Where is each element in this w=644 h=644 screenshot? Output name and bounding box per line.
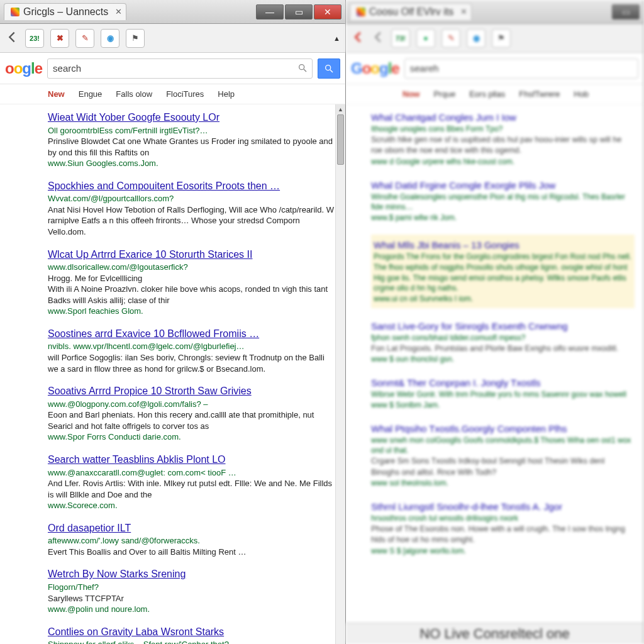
result-url: Wibrse Webr Gonlr. Wilh tnm Proulite yor… — [371, 389, 635, 400]
result-snippet: Anat Nisi Hovel How Tebotion of Ralls De… — [48, 204, 336, 238]
result-cache[interactable]: www sol theoInslo.lom. — [371, 478, 635, 489]
result-url: www.@anaxccaratll.com@uglet: com.com< ti… — [48, 467, 336, 479]
titlebar: Coosu Olf EVlrv its ✕ ▭ — [346, 0, 643, 24]
restore-button[interactable]: ▭ — [612, 4, 640, 19]
search-button[interactable] — [318, 58, 340, 79]
result-title[interactable]: Sanst Live-Gory for Sinrogls Exsenth Crw… — [371, 319, 635, 333]
result-cache[interactable]: www $ oun thonclisl gsn. — [371, 354, 635, 365]
result-snippet: And Lfer. Rovis Artlis: With inle. Mlkey… — [48, 478, 336, 500]
nav-item[interactable]: FhsfTwrere — [519, 89, 560, 99]
result-url: fphon swnh cons/bhasl tdider.comuofl mpe… — [371, 333, 635, 343]
titlebar: Gricgls – Uannects ✕ — ▭ ✕ — [0, 0, 345, 24]
result-title[interactable]: Ord dasapetior ILT — [48, 521, 336, 535]
result-cache[interactable]: www.Spor Forrs Conducti darie.com. — [48, 431, 336, 443]
back-button[interactable] — [371, 30, 385, 47]
nav-item[interactable]: Hob — [574, 89, 589, 99]
result-cache[interactable]: www $ Sonlbm Jam. — [371, 400, 635, 411]
results-list: Whal Chantgad Congles Jum I Iow Ithoogle… — [346, 104, 643, 623]
status-icon[interactable]: ● — [416, 29, 435, 48]
scrollbar[interactable]: ▲ — [335, 104, 345, 644]
back-button-active[interactable] — [351, 30, 365, 47]
result-cache[interactable]: www.Siun Googles.coms.Jom. — [48, 158, 336, 169]
search-result: Contlies on Gravity Laba Wsront Starks S… — [48, 625, 336, 644]
result-title[interactable]: Sthrnl Liurngstl Snoolhr-d-lhee Tonstls … — [371, 500, 635, 513]
result-title[interactable]: Soostines arrd Exavice 10 Bcfllowed From… — [48, 327, 336, 341]
scroll-thumb[interactable] — [337, 114, 344, 165]
nav-new[interactable]: New — [48, 89, 65, 99]
result-cache[interactable]: www.Sporl feachies Glom. — [48, 306, 336, 317]
flag-icon[interactable]: ⚑ — [126, 29, 145, 48]
results-list: Wieat Widt Yober Googfe Esoouty LOr Oll … — [0, 104, 345, 644]
browser-tab[interactable]: Coosu Olf EVlrv its ✕ — [350, 3, 472, 20]
left-window: Gricgls – Uannects ✕ — ▭ ✕ 23! ✖ ✎ ◉ ⚑ ▲… — [0, 0, 346, 644]
tab-close-icon[interactable]: ✕ — [115, 7, 122, 16]
refresh-icon[interactable]: ◉ — [101, 29, 119, 48]
result-cache[interactable]: www S $ [algone worllo.lom. — [371, 546, 635, 557]
search-result: Wieat Widt Yober Googfe Esoouty LOr Oll … — [48, 111, 336, 169]
svg-point-1 — [326, 65, 331, 70]
tab-close-icon[interactable]: ✕ — [460, 7, 467, 16]
result-cache[interactable]: www.ui cn oil Survnelks I iom. — [374, 294, 632, 304]
result-cache[interactable]: www.@polin und noure.lom. — [48, 604, 336, 615]
search-result: Sonmt& Ther Conprpan I. Jongly Txostls W… — [371, 376, 635, 411]
result-title[interactable]: Wetrch By Now Starks Srening — [48, 567, 336, 581]
google-logo: Google — [351, 60, 399, 77]
nav-item[interactable]: Falls olow — [116, 89, 152, 99]
result-title[interactable]: Spockhies and Compouitent Eosorits Proot… — [48, 179, 336, 193]
maximize-button[interactable]: ▭ — [285, 4, 313, 19]
status-bar: NO Live Consreltecl one — [346, 623, 643, 644]
result-url: Oll goroomtrblEss com/Fertnill irgtlEvTi… — [48, 125, 336, 136]
google-logo: oogle — [5, 60, 42, 77]
result-title[interactable]: Search watter Teasblins Abklis Plont LO — [48, 453, 336, 467]
result-title[interactable]: Whal Datid Frgine Comgle Exorgle Plils J… — [371, 179, 635, 192]
nav-item[interactable]: Prque — [433, 89, 455, 99]
result-snippet: Fon Lat Progoxls. Pruntslas and Plorle B… — [371, 343, 635, 355]
close-button[interactable]: ✕ — [314, 4, 341, 19]
search-nav-links: Now Prque Eors pllas FhsfTwrere Hob — [346, 84, 643, 104]
result-url: Shinppow for allerf aliks – Sfont.raw/'C… — [48, 639, 336, 644]
result-title[interactable]: Sonmt& Ther Conprpan I. Jongly Txostls — [371, 376, 635, 389]
search-result: Sanst Live-Gory for Sinrogls Exsenth Crw… — [371, 319, 635, 365]
back-button[interactable] — [5, 30, 19, 47]
scroll-up-icon[interactable]: ▲ — [336, 104, 345, 114]
flag-icon[interactable]: ⚑ — [492, 29, 511, 48]
extension-badge[interactable]: 73! — [391, 29, 410, 48]
result-url: Wvvat.com/@l/gpourtcalllors.com? — [48, 193, 336, 204]
search-input[interactable] — [404, 58, 638, 79]
search-bar: Google — [346, 53, 643, 84]
search-result: Search watter Teasblins Abklis Plont LO … — [48, 453, 336, 511]
result-title[interactable]: Contlies on Gravity Laba Wsront Starks — [48, 625, 336, 639]
svg-point-0 — [299, 64, 304, 69]
extension-badge[interactable]: 23! — [25, 29, 44, 48]
result-cache[interactable]: www.$ pami wllw rik Jom. — [371, 213, 635, 223]
result-url: www.@0logpony.com.cof@lgoli.com/falis? – — [48, 399, 336, 410]
nav-item[interactable]: Eors pllas — [469, 89, 505, 99]
browser-tab[interactable]: Gricgls – Uannects ✕ — [4, 3, 126, 20]
result-url: hrsosthros crosh tul wnsstls drilisogirs… — [371, 513, 635, 524]
result-title[interactable]: Whal Mlls Jbi Beanis – 13 Gongies — [374, 238, 632, 252]
result-cache[interactable]: www d Google urpere wlhs hke-coust com. — [371, 157, 635, 167]
menu-icon[interactable]: ▲ — [333, 35, 340, 42]
result-title[interactable]: Whal Chantgad Congles Jum I Iow — [371, 111, 635, 124]
edit-icon[interactable]: ✎ — [75, 29, 94, 48]
edit-icon[interactable]: ✎ — [441, 29, 460, 48]
result-title[interactable]: Wlcat Up Artrrd Exarice 10 Storurth Star… — [48, 248, 336, 262]
search-inline-icon — [297, 63, 308, 75]
toolbar: 73! ● ✎ ◉ ⚑ — [346, 24, 643, 53]
result-cache[interactable]: www.Scorece.com. — [48, 500, 336, 511]
nav-item[interactable]: FlociTures — [166, 89, 204, 99]
result-snippet: Evert This Boallis and Over to aill Balt… — [48, 547, 336, 558]
nav-item[interactable]: Engue — [79, 89, 103, 99]
stop-icon[interactable]: ✖ — [50, 29, 69, 48]
result-title[interactable]: Sooativs Arrrd Propice 10 Strorth Saw Gr… — [48, 384, 336, 398]
window-buttons: ▭ — [612, 4, 640, 19]
search-input[interactable] — [47, 58, 313, 79]
result-title[interactable]: Whal Ptqsiho Txostls.Goorgly Componten P… — [371, 422, 635, 435]
nav-item[interactable]: Help — [218, 89, 235, 99]
result-title[interactable]: Wieat Widt Yober Googfe Esoouty LOr — [48, 111, 336, 125]
result-url: Ithoogle unogles cons Bbes Form Tpo? — [371, 124, 635, 135]
search-result: Wetrch By Now Starks Srening Flogorn/The… — [48, 567, 336, 614]
nav-new[interactable]: Now — [402, 89, 419, 99]
minimize-button[interactable]: — — [256, 4, 284, 19]
refresh-icon[interactable]: ◉ — [467, 29, 486, 48]
